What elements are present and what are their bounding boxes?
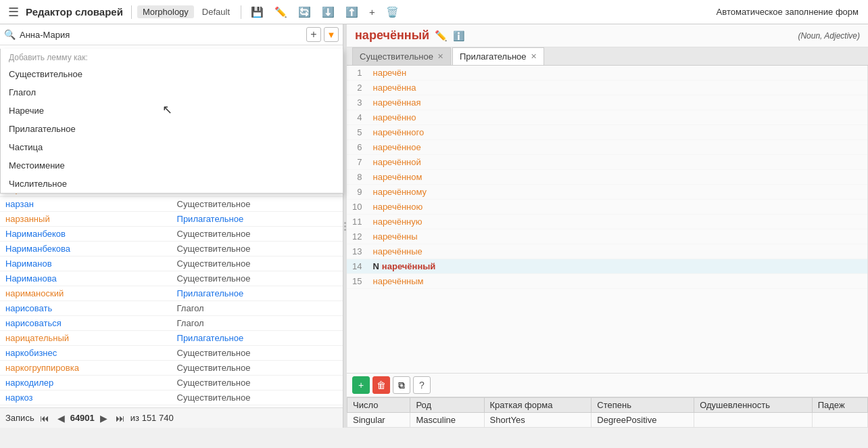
- refresh-icon-btn[interactable]: 🔄: [294, 5, 315, 20]
- dropdown-item-verb[interactable]: Глагол: [1, 83, 343, 102]
- form-row[interactable]: 8наречённом: [347, 170, 867, 185]
- form-row[interactable]: 13наречённые: [347, 244, 867, 259]
- form-row[interactable]: 15наречённым: [347, 274, 867, 289]
- word-list-row[interactable]: наркогруппировкаСуществительное: [0, 361, 343, 376]
- word-link[interactable]: наркогруппировка: [5, 363, 79, 373]
- form-number: 5: [347, 125, 367, 140]
- tab-noun-close[interactable]: ✕: [437, 52, 443, 61]
- search-input[interactable]: [20, 30, 304, 40]
- form-row[interactable]: 5наречённого: [347, 125, 867, 140]
- word-list-row[interactable]: нарзанСуществительное: [0, 197, 343, 212]
- form-row[interactable]: 4наречённо: [347, 110, 867, 125]
- word-link[interactable]: нарицательный: [5, 333, 69, 343]
- page-first-button[interactable]: ⏮: [37, 411, 52, 425]
- word-list-row[interactable]: наркобизнесСуществительное: [0, 346, 343, 361]
- form-add-button[interactable]: +: [352, 376, 370, 394]
- tab-adjective[interactable]: Прилагательное ✕: [452, 47, 544, 65]
- form-row[interactable]: 7наречённой: [347, 155, 867, 170]
- form-word-text: наречён: [372, 68, 406, 78]
- word-link[interactable]: нарзан: [5, 199, 34, 209]
- menu-icon[interactable]: ☰: [4, 5, 23, 20]
- word-link[interactable]: наркодилер: [5, 378, 53, 388]
- word-link[interactable]: нарзанный: [5, 214, 50, 224]
- prop-header: Род: [410, 398, 484, 413]
- word-list-row[interactable]: наркозСуществительное: [0, 390, 343, 405]
- dropdown-hint: Добавить лемму как:: [1, 49, 343, 65]
- form-word-cell: наречённы: [367, 229, 867, 244]
- dropdown-item-adjective[interactable]: Прилагательное: [1, 120, 343, 138]
- dropdown-item-particle[interactable]: Частица: [1, 138, 343, 156]
- form-delete-button[interactable]: 🗑: [372, 376, 390, 394]
- word-info-icon[interactable]: ℹ️: [453, 30, 464, 41]
- form-row[interactable]: 6наречённое: [347, 140, 867, 155]
- tab-noun[interactable]: Существительное ✕: [352, 47, 451, 65]
- word-edit-icon[interactable]: ✏️: [435, 30, 448, 42]
- search-filter-button[interactable]: ▼: [324, 27, 339, 42]
- download-icon-btn[interactable]: ⬇️: [318, 5, 339, 20]
- word-list-row[interactable]: нарзанныйПрилагательное: [0, 212, 343, 227]
- form-word-cell: наречённому: [367, 185, 867, 200]
- form-word-text: наречённою: [372, 202, 423, 212]
- upload-icon-btn[interactable]: ⬆️: [341, 5, 362, 20]
- word-list-row[interactable]: НаримановСуществительное: [0, 256, 343, 271]
- word-link[interactable]: наркобизнес: [5, 348, 57, 358]
- save-icon-btn[interactable]: 💾: [247, 5, 268, 20]
- form-number: 7: [347, 155, 367, 170]
- prop-value: Singular: [347, 413, 410, 428]
- word-type-label: Существительное: [172, 376, 343, 390]
- pagination-label: Запись: [5, 413, 34, 423]
- word-list-row[interactable]: НариманбековаСуществительное: [0, 242, 343, 256]
- form-word-text: наречённым: [372, 276, 423, 286]
- word-link[interactable]: наркоз: [5, 393, 33, 403]
- form-row[interactable]: 2наречённа: [347, 81, 867, 95]
- page-prev-button[interactable]: ◀: [55, 411, 68, 425]
- dropdown-item-numeral[interactable]: Числительное: [1, 175, 343, 193]
- form-row[interactable]: 12наречённы: [347, 229, 867, 244]
- edit-icon-btn[interactable]: ✏️: [270, 5, 291, 20]
- word-link[interactable]: нарисоваться: [5, 318, 62, 328]
- dropdown-item-noun[interactable]: Существительное: [1, 65, 343, 83]
- word-link[interactable]: Нариманов: [5, 259, 52, 269]
- word-link[interactable]: нарисовать: [5, 303, 52, 313]
- word-list-row[interactable]: нарисоватьсяГлагол: [0, 316, 343, 331]
- form-word-text: наречённый: [382, 261, 436, 271]
- word-list-row[interactable]: НариманбековСуществительное: [0, 227, 343, 242]
- prop-header: Степень: [592, 398, 694, 413]
- word-list-row[interactable]: нарицательныйПрилагательное: [0, 331, 343, 346]
- add-icon-btn[interactable]: +: [365, 5, 379, 19]
- search-add-button[interactable]: +: [306, 27, 321, 42]
- form-number: 2: [347, 81, 367, 95]
- right-panel: наречённый ✏️ ℹ️ (Noun, Adjective) Сущес…: [347, 24, 868, 428]
- forms-list: 1наречён2наречённа3наречённая4наречённо5…: [347, 66, 868, 373]
- form-copy-button[interactable]: ⧉: [393, 376, 410, 394]
- word-list-row[interactable]: НаримановаСуществительное: [0, 271, 343, 286]
- pagination-bar: Запись ⏮ ◀ 64901 ▶ ⏭ из 151 740: [0, 407, 343, 428]
- tab-morphology[interactable]: Morphology: [137, 5, 194, 18]
- form-row[interactable]: 9наречённому: [347, 185, 867, 200]
- delete-icon-btn[interactable]: 🗑️: [382, 5, 403, 20]
- dropdown-item-pronoun[interactable]: Местоимение: [1, 156, 343, 175]
- tab-adjective-close[interactable]: ✕: [531, 52, 537, 61]
- word-link[interactable]: нариманоский: [5, 288, 64, 298]
- form-row[interactable]: 11наречённую: [347, 215, 867, 229]
- word-link[interactable]: Нариманбеков: [5, 229, 66, 239]
- form-number: 10: [347, 200, 367, 215]
- form-row[interactable]: 10наречённою: [347, 200, 867, 215]
- page-next-button[interactable]: ▶: [97, 411, 110, 425]
- word-list-table: нарчасСуществительноенарчёсяГлаголнарзан…: [0, 167, 343, 407]
- form-row[interactable]: 3наречённая: [347, 95, 867, 110]
- page-last-button[interactable]: ⏭: [113, 411, 128, 425]
- form-word-cell: наречённые: [367, 244, 867, 259]
- form-row[interactable]: 14Nнаречённый: [347, 259, 867, 274]
- word-list-row[interactable]: нариманоскийПрилагательное: [0, 286, 343, 301]
- dropdown-item-adverb[interactable]: Наречие: [1, 102, 343, 120]
- form-help-button[interactable]: ?: [413, 376, 431, 394]
- word-list-row[interactable]: нарисоватьГлагол: [0, 301, 343, 316]
- word-list-row[interactable]: наркодилерСуществительное: [0, 376, 343, 390]
- form-word-cell: наречённа: [367, 81, 867, 95]
- word-link[interactable]: Нариманбекова: [5, 244, 70, 254]
- form-word-cell: наречённое: [367, 140, 867, 155]
- form-row[interactable]: 1наречён: [347, 66, 867, 81]
- word-link[interactable]: Нариманова: [5, 273, 57, 284]
- tab-default[interactable]: Default: [197, 5, 235, 18]
